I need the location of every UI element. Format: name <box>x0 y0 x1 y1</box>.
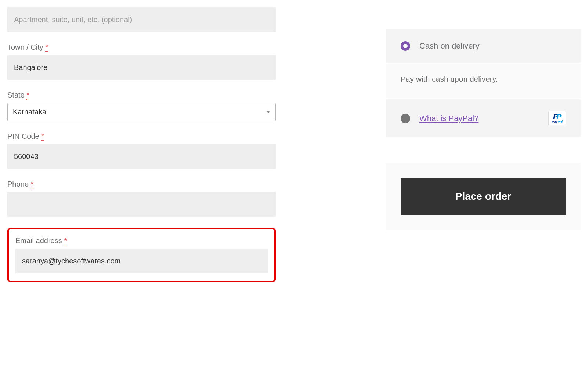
email-input[interactable] <box>15 249 268 273</box>
state-select[interactable]: Karnataka <box>7 103 276 121</box>
chevron-down-icon <box>266 111 270 113</box>
apartment-field-group <box>7 7 276 32</box>
city-label-text: Town / City <box>7 43 43 51</box>
state-selected-value: Karnataka <box>13 108 46 116</box>
state-field-group: State * Karnataka <box>7 91 276 121</box>
billing-form: Town / City * State * Karnataka PIN Code… <box>7 7 276 282</box>
city-field-group: Town / City * <box>7 43 276 80</box>
email-field-highlight: Email address * <box>7 228 276 282</box>
cod-label: Cash on delivery <box>419 41 480 51</box>
pincode-input[interactable] <box>7 144 276 169</box>
email-field-group: Email address * <box>15 237 268 273</box>
city-input[interactable] <box>7 55 276 80</box>
radio-selected-icon <box>401 41 410 51</box>
order-sidebar: Cash on delivery Pay with cash upon deli… <box>386 7 581 282</box>
pincode-label: PIN Code * <box>7 132 276 141</box>
radio-unselected-icon <box>401 114 410 123</box>
email-label: Email address * <box>15 237 268 245</box>
place-order-button[interactable]: Place order <box>401 178 566 215</box>
payment-option-paypal[interactable]: What is PayPal? PP PayPal <box>386 99 581 137</box>
phone-field-group: Phone * <box>7 180 276 217</box>
paypal-whatis-link[interactable]: What is PayPal? <box>419 114 478 123</box>
pincode-label-text: PIN Code <box>7 132 39 140</box>
payment-methods: Cash on delivery Pay with cash upon deli… <box>386 29 581 137</box>
state-label: State * <box>7 91 276 99</box>
email-label-text: Email address <box>15 237 62 245</box>
cod-description: Pay with cash upon delivery. <box>386 64 581 99</box>
required-asterisk-icon: * <box>64 237 67 245</box>
apartment-input[interactable] <box>7 7 276 32</box>
required-asterisk-icon: * <box>26 91 29 100</box>
pincode-field-group: PIN Code * <box>7 132 276 169</box>
phone-label: Phone * <box>7 180 276 188</box>
paypal-logo-icon: PP PayPal <box>548 111 566 125</box>
required-asterisk-icon: * <box>41 132 44 141</box>
required-asterisk-icon: * <box>45 43 48 52</box>
required-asterisk-icon: * <box>31 180 33 189</box>
payment-option-cod[interactable]: Cash on delivery <box>386 29 581 64</box>
place-order-area: Place order <box>386 163 581 230</box>
state-label-text: State <box>7 91 25 99</box>
phone-input[interactable] <box>7 192 276 217</box>
city-label: Town / City * <box>7 43 276 52</box>
phone-label-text: Phone <box>7 180 29 188</box>
